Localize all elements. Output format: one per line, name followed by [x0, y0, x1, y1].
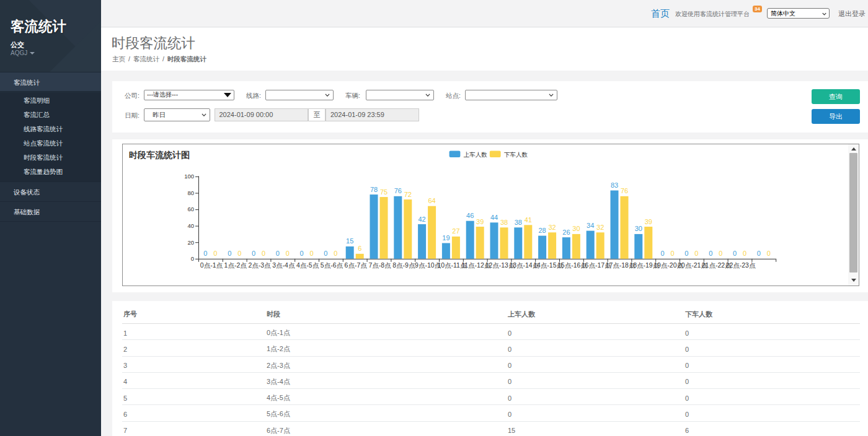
svg-text:0: 0 [661, 250, 665, 257]
svg-text:34: 34 [587, 222, 594, 229]
svg-text:20: 20 [187, 239, 194, 246]
svg-text:30: 30 [635, 225, 642, 232]
svg-text:0: 0 [324, 250, 327, 257]
svg-text:上车人数: 上车人数 [464, 151, 488, 158]
svg-text:1点-2点: 1点-2点 [224, 261, 247, 269]
svg-text:0: 0 [719, 250, 722, 257]
svg-text:0: 0 [228, 250, 231, 257]
svg-text:0: 0 [276, 250, 280, 257]
svg-text:0: 0 [213, 250, 217, 257]
svg-text:7点-8点: 7点-8点 [368, 261, 391, 269]
svg-text:78: 78 [370, 186, 378, 193]
svg-text:0: 0 [310, 250, 314, 257]
svg-text:6: 6 [358, 245, 361, 252]
svg-text:42: 42 [418, 216, 425, 223]
svg-text:0: 0 [767, 250, 771, 257]
svg-text:0: 0 [671, 250, 675, 257]
svg-text:44: 44 [490, 214, 498, 221]
svg-text:83: 83 [611, 181, 618, 189]
svg-text:0: 0 [709, 250, 712, 257]
svg-text:27: 27 [452, 227, 459, 235]
svg-text:64: 64 [428, 197, 435, 204]
svg-text:4点-5点: 4点-5点 [296, 261, 319, 269]
svg-text:38: 38 [515, 219, 522, 226]
svg-text:0: 0 [252, 250, 255, 257]
svg-text:100: 100 [184, 173, 194, 180]
svg-text:0: 0 [757, 250, 761, 257]
svg-text:0: 0 [262, 250, 265, 257]
svg-text:76: 76 [394, 187, 402, 194]
svg-text:6点-7点: 6点-7点 [345, 261, 368, 269]
svg-text:76: 76 [621, 187, 628, 194]
svg-text:39: 39 [645, 218, 652, 225]
svg-text:60: 60 [187, 206, 194, 212]
svg-text:39: 39 [476, 218, 484, 225]
svg-text:38: 38 [500, 219, 508, 226]
svg-text:0: 0 [191, 255, 194, 262]
svg-text:0: 0 [694, 250, 698, 257]
svg-text:0: 0 [684, 250, 688, 257]
svg-text:28: 28 [538, 227, 546, 234]
svg-text:72: 72 [404, 191, 412, 198]
svg-text:0: 0 [334, 250, 337, 257]
svg-text:22点-23点: 22点-23点 [726, 261, 756, 269]
svg-text:0: 0 [743, 250, 746, 257]
svg-text:40: 40 [187, 222, 194, 229]
svg-text:2点-3点: 2点-3点 [248, 261, 271, 269]
svg-text:32: 32 [596, 224, 604, 231]
svg-text:0点-1点: 0点-1点 [200, 261, 223, 269]
svg-text:0: 0 [203, 250, 207, 257]
svg-text:0: 0 [300, 250, 304, 257]
svg-text:15: 15 [346, 237, 353, 245]
svg-text:3点-4点: 3点-4点 [272, 261, 295, 269]
svg-text:19: 19 [442, 234, 450, 242]
svg-text:26: 26 [562, 229, 570, 236]
svg-text:8点-9点: 8点-9点 [392, 261, 415, 269]
svg-text:0: 0 [286, 250, 290, 257]
svg-text:41: 41 [525, 216, 532, 224]
svg-text:80: 80 [187, 190, 194, 196]
svg-text:30: 30 [572, 225, 580, 232]
svg-text:75: 75 [380, 188, 388, 196]
svg-text:下车人数: 下车人数 [504, 151, 528, 158]
svg-text:0: 0 [733, 250, 737, 257]
svg-text:32: 32 [548, 224, 556, 231]
svg-text:0: 0 [237, 250, 241, 257]
svg-text:5点-6点: 5点-6点 [321, 261, 343, 269]
svg-text:46: 46 [466, 212, 474, 219]
